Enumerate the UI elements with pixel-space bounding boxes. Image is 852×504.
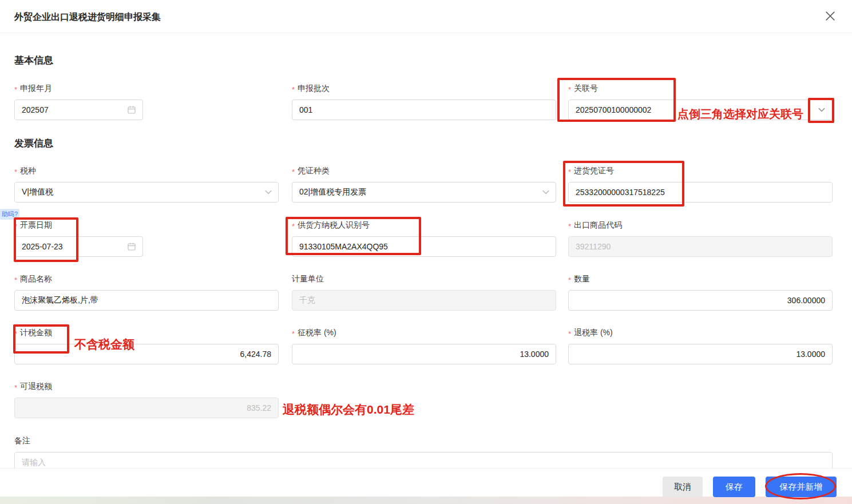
title-divider — [0, 33, 852, 33]
refund-rate-label-row: * 退税率 (%) — [568, 328, 833, 338]
refund-rate-label: 退税率 (%) — [574, 328, 613, 338]
voucher-type-label: 凭证种类 — [298, 166, 330, 176]
field-refund-rate: * 退税率 (%) — [568, 328, 833, 364]
export-commodity-code-input-wrap — [568, 236, 833, 257]
chevron-down-icon — [542, 188, 550, 196]
invoice-date-input[interactable] — [15, 237, 142, 256]
export-commodity-code-label: 出口商品代码 — [574, 220, 622, 231]
field-commodity-name: * 商品名称 — [14, 274, 279, 311]
calendar-icon — [127, 242, 136, 251]
unit-label: 计量单位 — [292, 274, 324, 284]
section-basic-info: 基本信息 — [14, 54, 53, 67]
tax-rate-input[interactable] — [292, 344, 556, 364]
required-asterisk: * — [14, 221, 17, 232]
quantity-label-row: * 数量 — [568, 274, 833, 284]
purchase-voucher-no-input[interactable] — [569, 182, 832, 202]
save-button[interactable]: 保存 — [713, 477, 755, 497]
tax-rate-label: 征税率 (%) — [298, 328, 336, 338]
tax-type-select[interactable]: V|增值税 — [14, 182, 279, 203]
tax-rate-label-row: * 征税率 (%) — [292, 328, 556, 338]
relation-no-label-row: * 关联号 — [568, 84, 833, 94]
supplier-tax-id-label: 供货方纳税人识别号 — [298, 220, 370, 231]
declare-batch-input-wrap — [292, 100, 556, 120]
required-asterisk: * — [14, 383, 17, 393]
quantity-label: 数量 — [574, 274, 590, 284]
voucher-type-label-row: * 凭证种类 — [292, 166, 556, 176]
quantity-input-wrap — [568, 290, 833, 311]
refundable-amount-label: 可退税额 — [20, 382, 52, 392]
field-tax-type: * 税种 V|增值税 — [14, 166, 279, 203]
section-invoice-info: 发票信息 — [14, 137, 53, 150]
voucher-type-select[interactable]: 02|增值税专用发票 — [292, 182, 556, 203]
declare-month-label: 申报年月 — [20, 84, 52, 94]
required-asterisk: * — [14, 167, 17, 177]
field-export-commodity-code: * 出口商品代码 — [568, 220, 833, 257]
modal-footer: 取消 保存 保存并新增 — [0, 468, 852, 497]
declare-batch-label: 申报批次 — [298, 84, 330, 94]
field-voucher-type: * 凭证种类 02|增值税专用发票 — [292, 166, 556, 203]
required-asterisk: * — [14, 85, 17, 95]
refundable-amount-input — [15, 398, 278, 418]
relation-no-input[interactable] — [569, 100, 832, 120]
purchase-voucher-no-label-row: * 进货凭证号 — [568, 166, 833, 176]
declare-batch-input[interactable] — [292, 100, 556, 120]
refundable-amount-input-wrap — [14, 398, 279, 418]
save-and-new-button[interactable]: 保存并新增 — [766, 477, 837, 497]
export-commodity-code-input — [569, 237, 832, 256]
relation-no-select[interactable] — [568, 100, 833, 120]
supplier-tax-id-input[interactable] — [292, 237, 556, 256]
field-unit: 计量单位 — [292, 274, 556, 311]
taxable-amount-input[interactable] — [15, 344, 278, 364]
voucher-type-value: 02|增值税专用发票 — [299, 187, 542, 197]
unit-label-row: 计量单位 — [292, 274, 556, 284]
refund-rate-input-wrap — [568, 344, 833, 364]
modal-title: 外贸企业出口退税进货明细申报采集 — [14, 11, 161, 23]
refundable-amount-label-row: * 可退税额 — [14, 382, 279, 392]
required-asterisk: * — [568, 275, 571, 285]
close-icon[interactable] — [825, 10, 836, 22]
required-asterisk: * — [568, 221, 571, 232]
chevron-down-icon[interactable] — [818, 106, 826, 114]
remark-label: 备注 — [14, 436, 30, 446]
tax-type-label: 税种 — [20, 166, 36, 176]
field-supplier-tax-id: * 供货方纳税人识别号 — [292, 220, 556, 257]
required-asterisk: * — [14, 329, 17, 339]
invoice-date-label-row: * 开票日期 — [14, 220, 279, 231]
calendar-icon — [127, 105, 136, 114]
unit-input-wrap — [292, 290, 556, 311]
commodity-name-label-row: * 商品名称 — [14, 274, 279, 284]
declare-month-input[interactable] — [15, 100, 142, 120]
required-asterisk: * — [292, 329, 295, 339]
annotation-text-refund-hint: 退税额偶尔会有0.01尾差 — [283, 402, 414, 418]
invoice-date-picker — [14, 236, 143, 257]
declaration-modal: 外贸企业出口退税进货明细申报采集 基本信息 * 申报年月 * 申报批次 * 关联… — [0, 0, 852, 504]
required-asterisk: * — [568, 329, 571, 339]
purchase-voucher-no-input-wrap — [568, 182, 833, 203]
supplier-tax-id-label-row: * 供货方纳税人识别号 — [292, 220, 556, 231]
field-declare-batch: * 申报批次 — [292, 84, 556, 120]
invoice-date-label: 开票日期 — [20, 220, 52, 231]
relation-no-label: 关联号 — [574, 84, 598, 94]
required-asterisk: * — [568, 85, 571, 95]
field-relation-no: * 关联号 — [568, 84, 833, 120]
export-commodity-code-label-row: * 出口商品代码 — [568, 220, 833, 231]
tax-type-label-row: * 税种 — [14, 166, 279, 176]
field-refundable-amount: * 可退税额 — [14, 382, 279, 418]
field-quantity: * 数量 — [568, 274, 833, 311]
field-invoice-date: * 开票日期 — [14, 220, 279, 257]
required-asterisk: * — [568, 167, 571, 177]
chevron-down-icon — [264, 188, 272, 196]
field-tax-rate: * 征税率 (%) — [292, 328, 556, 364]
commodity-name-input-wrap — [14, 290, 279, 311]
commodity-name-input[interactable] — [15, 291, 278, 310]
tax-rate-input-wrap — [292, 344, 556, 364]
bottom-edge-strip — [0, 497, 852, 504]
quantity-input[interactable] — [569, 291, 832, 310]
commodity-name-label: 商品名称 — [20, 274, 52, 284]
unit-input — [292, 291, 556, 310]
refund-rate-input[interactable] — [569, 344, 832, 364]
cancel-button[interactable]: 取消 — [663, 477, 703, 497]
taxable-amount-label-row: * 计税金额 — [14, 328, 279, 338]
required-asterisk: * — [292, 221, 295, 232]
taxable-amount-label: 计税金额 — [20, 328, 52, 338]
